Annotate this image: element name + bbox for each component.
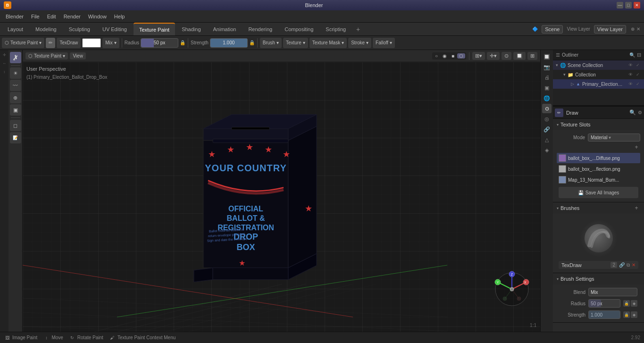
visibility-btn[interactable]: 👁 xyxy=(627,62,634,68)
3d-viewport-canvas[interactable]: YOUR COUNTRY ★ ★ ★ ★ ★ ★ OFFICIAL BALLOT… xyxy=(23,62,540,332)
brush-settings-header[interactable]: ▾ Brush Settings xyxy=(553,273,644,284)
mode-selector[interactable]: ⬡ Texture Paint ▾ xyxy=(2,38,44,48)
rendered-shading[interactable]: ⬡ xyxy=(457,53,465,59)
softlight-tool[interactable]: ☀ xyxy=(10,67,21,79)
menu-window[interactable]: Window xyxy=(84,13,110,20)
object-item[interactable]: ▷ ▲ Primary_Election_Ba 👁 ✓ xyxy=(553,79,644,89)
view-layer-selector[interactable]: View Layer xyxy=(594,25,626,33)
close-button[interactable]: ✕ xyxy=(634,2,640,8)
material-props-icon[interactable]: ◈ xyxy=(542,145,552,155)
add-scene-button[interactable]: ⊕ xyxy=(631,26,635,32)
clone-tool[interactable]: ⊕ xyxy=(10,92,21,103)
obj-visibility-btn[interactable]: 👁 xyxy=(627,81,634,87)
wireframe-shading[interactable]: ○ xyxy=(433,53,440,59)
menu-help[interactable]: Help xyxy=(110,13,129,20)
view-menu-button[interactable]: View xyxy=(70,52,86,59)
filter-icon[interactable]: ⊟ xyxy=(637,52,641,58)
texture-mask-dropdown[interactable]: Texture Mask ▾ xyxy=(309,38,347,48)
draw-tool-button[interactable]: ✏ xyxy=(46,38,55,48)
texture-slot-0[interactable]: ballot_box_...Diffuse.png xyxy=(557,153,640,163)
tab-compositing[interactable]: Compositing xyxy=(279,23,319,35)
scene-props-icon[interactable]: 🔲 xyxy=(542,52,552,61)
fill-tool[interactable]: ▣ xyxy=(10,104,21,116)
erase-tool[interactable]: ◻ xyxy=(10,120,21,131)
tab-modeling[interactable]: Modeling xyxy=(30,23,62,35)
active-props-icon[interactable]: ⊙ xyxy=(542,104,552,113)
texture-slots-header[interactable]: ▾ Texture Slots xyxy=(553,119,644,130)
maximize-button[interactable]: □ xyxy=(625,2,632,8)
mode-nav-btn[interactable]: ↔ xyxy=(0,59,8,67)
viewport-gizmos-button[interactable]: ✛▾ xyxy=(487,52,500,60)
col-visibility-btn[interactable]: 👁 xyxy=(627,71,634,78)
menu-file[interactable]: File xyxy=(27,13,43,20)
proportional-editing[interactable]: ⊙ xyxy=(502,52,511,60)
tab-uv-editing[interactable]: UV Editing xyxy=(97,23,133,35)
menu-edit[interactable]: Edit xyxy=(43,13,60,20)
menu-render[interactable]: Render xyxy=(60,13,84,20)
brush-dupe-btn[interactable]: ⧉ xyxy=(627,262,630,268)
mode-dropdown[interactable]: Material xyxy=(588,134,640,142)
radius-lock-field-btn[interactable]: 🔒 xyxy=(623,300,630,307)
props-mode-icon[interactable]: ✏ xyxy=(555,109,563,117)
menu-blender[interactable]: Blender xyxy=(2,13,27,20)
radius-keyframe-btn[interactable]: ◆ xyxy=(631,300,637,307)
blend-input[interactable]: Mix xyxy=(588,288,637,296)
mirror-button[interactable]: ⊞ xyxy=(527,52,537,60)
props-settings[interactable]: ⚙ xyxy=(638,110,642,115)
viewport-mode-button[interactable]: ⬡ Texture Paint ▾ xyxy=(25,52,68,59)
draw-brush-tool[interactable] xyxy=(10,52,21,63)
tab-sculpting[interactable]: Sculpting xyxy=(63,23,96,35)
output-props-icon[interactable]: 🖨 xyxy=(542,73,552,82)
tab-shading[interactable]: Shading xyxy=(176,23,206,35)
add-brush-btn[interactable]: + xyxy=(633,204,640,212)
tab-animation[interactable]: Animation xyxy=(208,23,242,35)
tab-scripting[interactable]: Scripting xyxy=(320,23,351,35)
scene-collection-icon[interactable]: 🌐 xyxy=(542,93,552,103)
scene-selector[interactable]: Scene xyxy=(542,25,563,33)
tab-texture-paint[interactable]: Texture Paint xyxy=(134,23,175,35)
physics-props-icon[interactable]: ◎ xyxy=(542,114,552,124)
material-shading[interactable]: ■ xyxy=(450,53,456,59)
annotate-tool[interactable]: 📝 xyxy=(10,132,21,143)
add-workspace-button[interactable]: + xyxy=(352,23,364,35)
navigation-gizmo[interactable]: X Y Z xyxy=(493,270,531,308)
mode-cursor-btn[interactable]: ✛ xyxy=(0,51,8,59)
brush-name-selector[interactable]: TexDraw xyxy=(57,38,81,48)
save-all-images-btn[interactable]: 💾 Save All Images xyxy=(559,187,638,198)
strength-lock-icon[interactable]: 🔒 xyxy=(249,40,255,45)
scene-collection-item[interactable]: ▾ 🌐 Scene Collection 👁 ✓ xyxy=(553,60,644,70)
collection-item[interactable]: ▾ 📁 Collection 👁 ✓ xyxy=(553,70,644,79)
strength-slider[interactable]: 1.000 xyxy=(210,38,248,48)
brush-link-btn[interactable]: 🔗 xyxy=(619,262,625,268)
solid-shading[interactable]: ◉ xyxy=(441,53,449,59)
props-search[interactable]: 🔍 xyxy=(629,109,636,116)
brushes-header[interactable]: ▾ Brushes + xyxy=(553,202,644,214)
tab-layout[interactable]: Layout xyxy=(2,23,29,35)
add-slot-btn[interactable]: + xyxy=(633,143,640,151)
obj-check-btn[interactable]: ✓ xyxy=(635,81,641,87)
tab-rendering[interactable]: Rendering xyxy=(243,23,278,35)
view-layer-props-icon[interactable]: ▣ xyxy=(542,83,552,92)
brush-preview[interactable] xyxy=(580,219,618,257)
texture-dropdown[interactable]: Texture ▾ xyxy=(283,38,308,48)
foreground-color[interactable] xyxy=(82,38,101,48)
brush-delete-btn[interactable]: ✕ xyxy=(632,262,636,268)
radius-slider[interactable]: 50 px xyxy=(141,38,178,48)
radius-input[interactable]: 50 px xyxy=(588,299,620,308)
data-props-icon[interactable]: △ xyxy=(542,135,552,144)
texture-slot-1[interactable]: ballot_box_...flection.png xyxy=(557,164,640,174)
remove-scene-button[interactable]: ✕ xyxy=(636,26,640,32)
constraints-icon[interactable]: 🔗 xyxy=(542,125,552,134)
minimize-button[interactable]: — xyxy=(617,2,623,8)
brush-dropdown[interactable]: Brush ▾ xyxy=(260,38,282,48)
mode-extra-btn[interactable]: ↕ xyxy=(0,68,8,75)
col-check-btn[interactable]: ✓ xyxy=(635,71,641,78)
radius-lock-icon[interactable]: 🔒 xyxy=(180,40,185,45)
strength-input[interactable]: 1.000 xyxy=(588,310,620,319)
stroke-dropdown[interactable]: Stroke ▾ xyxy=(348,38,371,48)
falloff-dropdown[interactable]: Falloff ▾ xyxy=(373,38,395,48)
snap-button[interactable]: 🔲 xyxy=(513,52,526,60)
smear-tool[interactable]: 〰 xyxy=(10,80,21,91)
viewport-overlays-button[interactable]: ⊞▾ xyxy=(472,52,485,60)
blend-mode-selector[interactable]: Mix ▾ xyxy=(102,38,119,48)
